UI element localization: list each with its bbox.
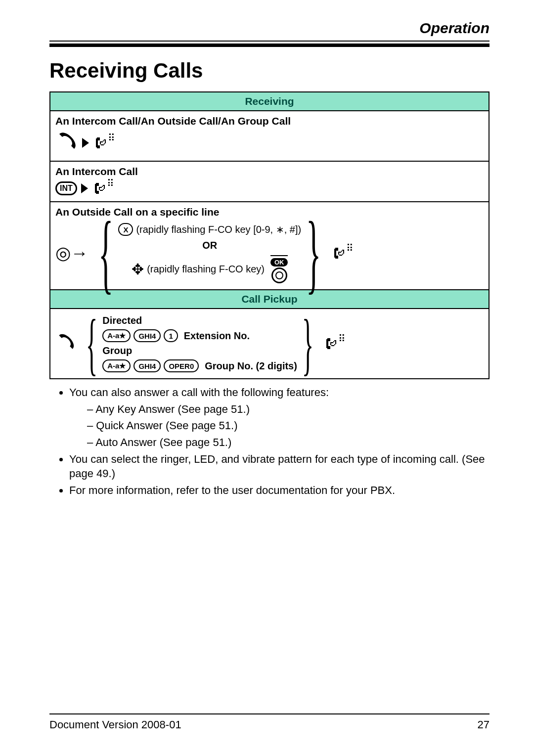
options-outside: X (rapidly flashing F-CO key [0-9, ∗, #]… [118,223,301,283]
page: Operation Receiving Calls Receiving An I… [0,0,534,756]
note-pbx: For more information, refer to the user … [69,483,490,498]
key-ghi4: GHI4 [134,359,161,372]
center-knob-icon [271,267,287,283]
notes-block: You can also answer a call with the foll… [49,385,490,500]
arrow-icon [81,183,88,193]
center-key-icon: ◎→ [55,244,89,262]
option-fco-nav: ✥ (rapidly flashing F-CO key) OK [132,255,288,283]
key-star: A-a★ [102,359,131,372]
key-star: A-a★ [102,329,131,342]
x-key-icon: X [118,223,133,236]
ok-or-center: OK [270,255,288,283]
directed-label: Directed [102,315,142,326]
talk-icon: 🕼⠿ [331,245,354,261]
instruction-table: Receiving An Intercom Call/An Outside Ca… [49,91,490,379]
note-intro: You can also answer a call with the foll… [69,385,490,450]
offhook-icon [55,130,78,156]
talk-icon: 🕼⠿ [93,135,115,151]
directed-keys: A-a★ GHI4 1 Extension No. [102,329,250,342]
steps-row-4: { Directed A-a★ GHI4 1 Extension No. Gro… [55,315,484,372]
steps-row-3: ◎→ { X (rapidly flashing F-CO key [0-9, … [55,223,484,283]
cell-intercom: An Intercom Call INT 🕼⠿ [50,161,489,202]
group-keys: A-a★ GHI4 OPER0 Group No. (2 digits) [102,359,297,372]
talk-icon: 🕼⠿ [92,180,114,196]
section-header: Operation [49,20,490,42]
or-label: OR [202,240,217,251]
group-label: Group [102,345,132,356]
rapid-text-1: (rapidly flashing F-CO key [0-9, ∗, #]) [136,223,301,235]
key-oper0: OPER0 [164,359,199,372]
doc-version: Document Version 2008-01 [49,718,181,731]
arrow-icon [82,138,89,148]
options-pickup: Directed A-a★ GHI4 1 Extension No. Group… [102,315,297,372]
call-pickup-header: Call Pickup [50,290,489,309]
int-key-icon: INT [55,181,77,195]
offhook-icon [55,332,76,356]
key-1: 1 [164,329,178,342]
label-intercom: An Intercom Call [55,166,484,178]
page-number: 27 [478,718,490,731]
navigate-icon: ✥ [132,262,144,277]
label-intercom-outside-group: An Intercom Call/An Outside Call/An Grou… [55,115,484,127]
steps-row-1: 🕼⠿ [55,130,484,156]
note-intro-text: You can also answer a call with the foll… [69,386,329,399]
cell-outside-specific: An Outside Call on a specific line ◎→ { … [50,202,489,290]
option-fco-number: X (rapidly flashing F-CO key [0-9, ∗, #]… [118,223,301,236]
note-item-2: Quick Answer (See page 51.) [87,418,490,433]
cell-intercom-outside-group: An Intercom Call/An Outside Call/An Grou… [50,111,489,161]
page-footer: Document Version 2008-01 27 [49,713,490,731]
talk-icon: 🕼⠿ [323,336,346,352]
steps-row-2: INT 🕼⠿ [55,180,484,196]
ok-key-icon: OK [270,258,288,267]
note-item-1: Any Key Answer (See page 51.) [87,402,490,417]
header-rule [49,44,490,47]
group-no-label: Group No. (2 digits) [205,360,297,372]
receiving-header: Receiving [50,92,489,111]
ext-no-label: Extension No. [184,330,250,342]
page-title: Receiving Calls [49,59,490,83]
cell-call-pickup: { Directed A-a★ GHI4 1 Extension No. Gro… [50,309,489,379]
note-sublist: Any Key Answer (See page 51.) Quick Answ… [69,402,490,450]
label-outside-specific: An Outside Call on a specific line [55,206,484,218]
note-item-3: Auto Answer (See page 51.) [87,435,490,450]
rapid-text-2: (rapidly flashing F-CO key) [147,264,265,275]
note-ringer: You can select the ringer, LED, and vibr… [69,452,490,481]
key-ghi4: GHI4 [134,329,161,342]
